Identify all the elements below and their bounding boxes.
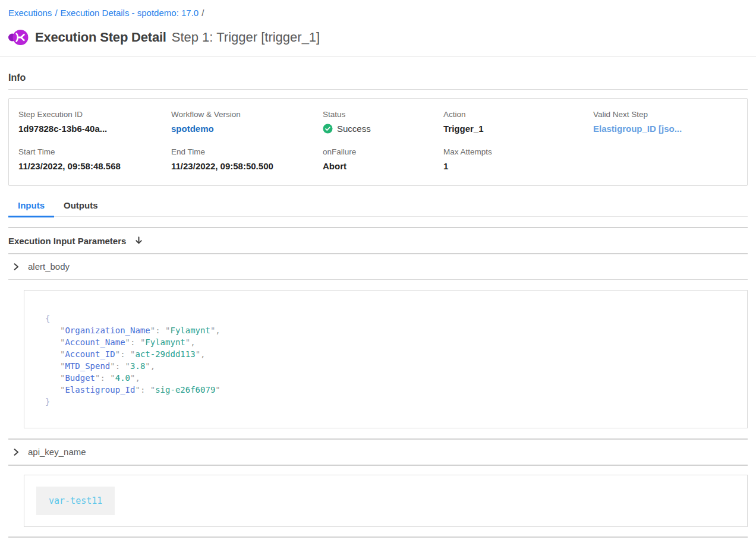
code-line: "Account_Name": "Fylamynt", <box>45 336 735 348</box>
success-check-icon <box>323 124 333 134</box>
chevron-right-icon <box>12 448 20 456</box>
code-line: "Account_ID": "act-29ddd113", <box>45 348 735 360</box>
code-line: { <box>45 313 735 324</box>
field-onfailure: onFailure Abort <box>323 147 443 171</box>
workflow-link[interactable]: spotdemo <box>171 124 323 134</box>
breadcrumb-separator: / <box>199 8 207 18</box>
breadcrumb-separator: / <box>52 8 60 18</box>
section-alert-body[interactable]: alert_body <box>8 254 748 279</box>
field-status: Status Success <box>323 110 443 134</box>
status-badge: Success <box>337 124 371 134</box>
breadcrumb-link-execution-details[interactable]: Execution Details - spotdemo: 17.0 <box>61 8 199 18</box>
info-card: Step Execution ID 1d97828c-13b6-40a... W… <box>8 98 748 186</box>
divider <box>0 56 756 56</box>
field-value: 1 <box>443 161 593 171</box>
section-label: api_key_name <box>28 447 86 457</box>
page-subtitle: Step 1: Trigger [trigger_1] <box>172 30 320 45</box>
workflow-logo-icon <box>8 28 29 47</box>
divider <box>8 89 748 90</box>
title-row: Execution Step Detail Step 1: Trigger [t… <box>8 28 748 47</box>
next-step-link[interactable]: Elastigroup_ID [jso... <box>593 124 741 134</box>
section-api-key-value[interactable]: api_key_value <box>8 538 748 546</box>
execution-input-parameters-header: Execution Input Parameters <box>8 228 748 253</box>
field-value: 11/23/2022, 09:58:50.500 <box>171 161 323 171</box>
code-line: "Budget": "4.0", <box>45 372 735 384</box>
page-title: Execution Step Detail <box>35 30 166 45</box>
field-value: 1d97828c-13b6-40a... <box>18 124 171 134</box>
param-header-title: Execution Input Parameters <box>8 236 126 246</box>
tab-bar: Inputs Outputs <box>8 198 748 217</box>
field-value: Trigger_1 <box>443 124 593 134</box>
field-start-time: Start Time 11/23/2022, 09:58:48.568 <box>18 147 171 171</box>
field-label: End Time <box>171 147 323 156</box>
field-action: Action Trigger_1 <box>443 110 593 134</box>
tab-inputs[interactable]: Inputs <box>8 198 54 217</box>
section-label: alert_body <box>28 261 70 272</box>
section-api-key-name[interactable]: api_key_name <box>8 440 748 465</box>
code-line: } <box>45 396 735 408</box>
field-label: onFailure <box>323 147 443 156</box>
chevron-right-icon <box>12 263 20 271</box>
breadcrumb-link-executions[interactable]: Executions <box>8 8 52 18</box>
code-line: "Organization_Name": "Fylamynt", <box>45 324 735 336</box>
field-workflow-version: Workflow & Version spotdemo <box>171 110 323 134</box>
code-line: "MTD_Spend": "3.8", <box>45 360 735 372</box>
field-label: Workflow & Version <box>171 110 323 119</box>
field-label: Valid Next Step <box>593 110 741 119</box>
field-value: 11/23/2022, 09:58:48.568 <box>18 161 171 171</box>
breadcrumb: Executions/Execution Details - spotdemo:… <box>8 0 748 18</box>
api-key-name-value: var-test11 <box>36 487 115 515</box>
tab-outputs[interactable]: Outputs <box>54 198 108 216</box>
field-valid-next-step: Valid Next Step Elastigroup_ID [jso... <box>593 110 741 134</box>
api-key-name-value-box: var-test11 <box>24 475 748 527</box>
arrow-down-icon[interactable] <box>134 236 144 246</box>
divider <box>8 465 748 466</box>
code-line: "Elastigroup_Id": "sig-e26f6079" <box>45 384 735 396</box>
page: Executions/Execution Details - spotdemo:… <box>0 0 756 546</box>
field-label: Status <box>323 110 443 119</box>
field-label: Start Time <box>18 147 171 156</box>
info-heading: Info <box>8 72 748 83</box>
field-label: Max Attempts <box>443 147 593 156</box>
field-value: Abort <box>323 161 443 171</box>
alert-body-json-viewer: { "Organization_Name": "Fylamynt", "Acco… <box>24 290 748 428</box>
divider <box>8 279 748 280</box>
field-end-time: End Time 11/23/2022, 09:58:50.500 <box>171 147 323 171</box>
field-empty <box>593 147 741 171</box>
field-label: Action <box>443 110 593 119</box>
field-max-attempts: Max Attempts 1 <box>443 147 593 171</box>
field-label: Step Execution ID <box>18 110 171 119</box>
field-step-execution-id: Step Execution ID 1d97828c-13b6-40a... <box>18 110 171 134</box>
